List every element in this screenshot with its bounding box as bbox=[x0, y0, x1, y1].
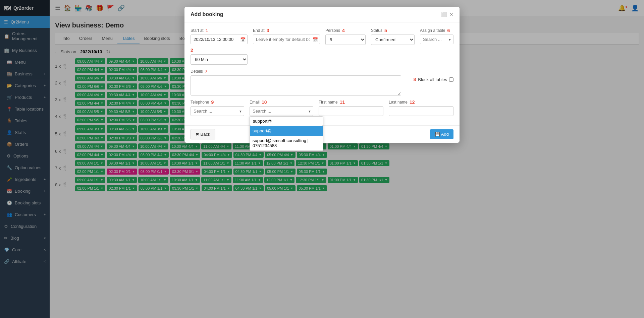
start-at-input[interactable] bbox=[191, 35, 248, 44]
status-num: 5 bbox=[384, 28, 387, 33]
assign-table-label: Assign a table 6 bbox=[420, 28, 453, 33]
end-at-input[interactable] bbox=[253, 35, 320, 44]
first-name-input[interactable] bbox=[319, 106, 383, 116]
end-at-group: End at 3 📅 bbox=[253, 28, 320, 44]
back-button[interactable]: ✖ Back bbox=[191, 129, 215, 139]
form-row-details: Details 7 8 Block all tables bbox=[191, 69, 453, 96]
block-all-label: Block all tables bbox=[418, 77, 453, 82]
last-name-group: Last name 12 bbox=[389, 100, 453, 116]
end-at-calendar-icon[interactable]: 📅 bbox=[313, 37, 318, 42]
email-option-ismsoft[interactable]: support@ismsoft.consulting | 0751234588 bbox=[250, 136, 323, 150]
form-row-contact: Telephone 9 ▼ Email 10 bbox=[191, 100, 453, 116]
status-group: Status 5 Confirmed Pending Cancelled bbox=[371, 28, 415, 45]
email-num: 10 bbox=[262, 100, 267, 105]
last-name-label: Last name 12 bbox=[389, 100, 453, 105]
assign-table-group: Assign a table 6 ▼ bbox=[420, 28, 453, 44]
modal-title: Add booking bbox=[191, 11, 223, 17]
persons-label: Persons 4 bbox=[325, 28, 366, 33]
first-name-num: 11 bbox=[340, 100, 345, 105]
email-search-input[interactable] bbox=[250, 116, 323, 126]
start-at-label: Start at 1 bbox=[191, 28, 248, 33]
start-at-group: Start at 1 📅 2 60 Min 30 Min 90 Min bbox=[191, 28, 248, 65]
add-button[interactable]: 💾 Add bbox=[430, 129, 453, 139]
first-name-group: First name 11 bbox=[319, 100, 383, 116]
telephone-dropdown[interactable]: ▼ bbox=[191, 106, 244, 116]
assign-table-input[interactable] bbox=[420, 35, 453, 44]
end-at-num: 3 bbox=[267, 28, 269, 33]
status-label: Status 5 bbox=[371, 28, 415, 33]
last-name-input[interactable] bbox=[389, 106, 453, 116]
persons-group: Persons 4 5 1234 678 bbox=[325, 28, 366, 45]
details-num: 7 bbox=[205, 69, 208, 74]
start-at-num: 1 bbox=[206, 28, 208, 33]
end-at-label: End at 3 bbox=[253, 28, 320, 33]
email-dropdown-list: support@ support@ismsoft.consulting | 07… bbox=[250, 116, 323, 151]
telephone-input[interactable] bbox=[191, 106, 244, 116]
telephone-num: 9 bbox=[211, 100, 214, 105]
details-textarea[interactable] bbox=[191, 75, 401, 96]
persons-num: 4 bbox=[342, 28, 345, 33]
form-row-1: Start at 1 📅 2 60 Min 30 Min 90 Min bbox=[191, 28, 453, 65]
modal-header-icons: ⬜ ✕ bbox=[441, 12, 453, 17]
block-all-checkbox[interactable] bbox=[449, 77, 453, 82]
assign-table-num: 6 bbox=[447, 28, 450, 33]
details-group: Details 7 bbox=[191, 69, 401, 96]
details-label: Details 7 bbox=[191, 69, 401, 74]
telephone-label: Telephone 9 bbox=[191, 100, 244, 105]
duration-label: 2 bbox=[191, 48, 248, 53]
email-label: Email 10 bbox=[250, 100, 313, 105]
assign-table-dropdown[interactable]: ▼ bbox=[420, 35, 453, 44]
email-option-support[interactable]: support@ bbox=[250, 126, 323, 136]
duration-select[interactable]: 60 Min 30 Min 90 Min 120 Min bbox=[191, 54, 248, 65]
last-name-num: 12 bbox=[410, 100, 415, 105]
add-booking-modal: Add booking ⬜ ✕ Start at 1 📅 bbox=[184, 7, 460, 143]
block-all-group: 8 Block all tables bbox=[407, 69, 453, 82]
modal-body: Start at 1 📅 2 60 Min 30 Min 90 Min bbox=[184, 22, 460, 125]
end-at-input-wrap: 📅 bbox=[253, 35, 320, 44]
modal-header: Add booking ⬜ ✕ bbox=[184, 7, 460, 22]
status-select[interactable]: Confirmed Pending Cancelled bbox=[371, 35, 415, 45]
telephone-group: Telephone 9 ▼ bbox=[191, 100, 244, 116]
block-all-num: 8 bbox=[413, 77, 416, 82]
duration-num: 2 bbox=[191, 48, 193, 53]
start-at-calendar-icon[interactable]: 📅 bbox=[240, 37, 246, 42]
modal-close-button[interactable]: ✕ bbox=[449, 12, 453, 17]
email-dropdown[interactable]: ▼ support@ support@ismsoft.consulting | … bbox=[250, 106, 313, 116]
start-at-input-wrap: 📅 bbox=[191, 35, 248, 44]
persons-select[interactable]: 5 1234 678 bbox=[325, 35, 366, 45]
email-select-display[interactable] bbox=[250, 106, 313, 116]
modal-expand-button[interactable]: ⬜ bbox=[441, 12, 447, 17]
first-name-label: First name 11 bbox=[319, 100, 383, 105]
email-group: Email 10 ▼ support@ support@ismsoft.cons… bbox=[250, 100, 313, 116]
modal-overlay: Add booking ⬜ ✕ Start at 1 📅 bbox=[0, 0, 644, 318]
